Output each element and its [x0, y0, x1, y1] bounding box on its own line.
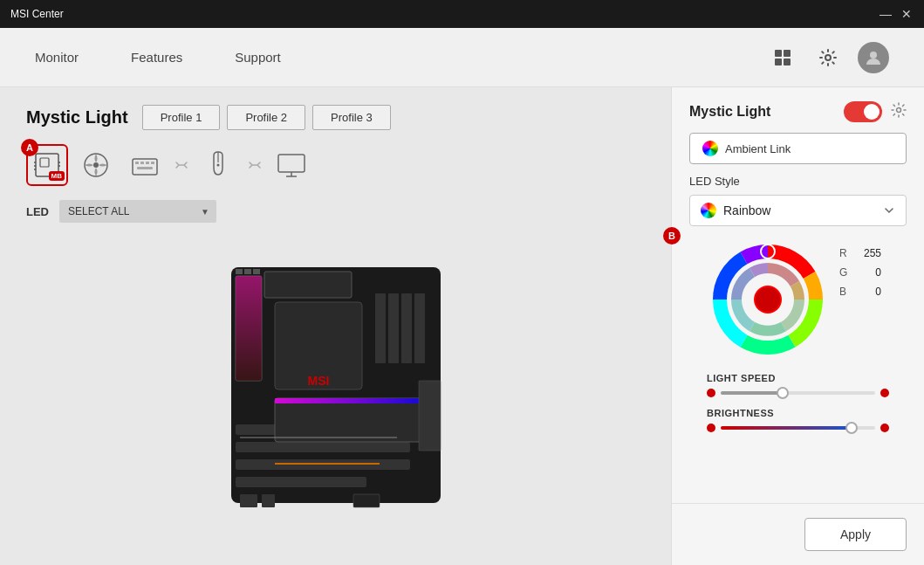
- slider-section: LIGHT SPEED BRIGHTNESS: [689, 373, 907, 432]
- grid-icon-button[interactable]: [767, 42, 798, 73]
- svg-rect-20: [137, 167, 153, 169]
- right-panel-header: Mystic Light: [672, 87, 924, 133]
- svg-rect-7: [40, 158, 49, 167]
- svg-rect-3: [784, 59, 791, 65]
- svg-rect-18: [146, 162, 149, 164]
- device-icon-mb-wrapper: A MB: [26, 144, 68, 186]
- profile2-button[interactable]: Profile 2: [227, 105, 305, 130]
- rgb-values: R 255 G 0 B 0: [839, 238, 881, 298]
- close-button[interactable]: ✕: [900, 7, 914, 21]
- keyboard-icon: [130, 150, 160, 180]
- rgb-b-row: B 0: [839, 286, 881, 298]
- title-bar: MSI Center — ✕: [0, 0, 924, 28]
- device-icon-mouse[interactable]: [197, 144, 239, 186]
- brightness-label: BRIGHTNESS: [707, 408, 889, 418]
- svg-point-51: [897, 107, 901, 112]
- gear-icon: [818, 48, 838, 67]
- ambient-link-button[interactable]: Ambient Link: [689, 133, 907, 164]
- rgb-r-row: R 255: [839, 247, 881, 259]
- svg-rect-16: [135, 162, 139, 164]
- nav-items: Monitor Features Support: [35, 46, 281, 68]
- brightness-slider-fill: [721, 426, 852, 430]
- color-wheel-section: R 255 G 0 B 0: [689, 238, 907, 361]
- link-icon-1: [173, 156, 190, 174]
- led-select[interactable]: SELECT ALL: [59, 200, 216, 223]
- device-icon-monitor[interactable]: [270, 144, 312, 186]
- minimize-button[interactable]: —: [879, 7, 893, 21]
- title-bar-controls: — ✕: [879, 7, 914, 21]
- profile1-button[interactable]: Profile 1: [142, 105, 221, 130]
- nav-item-features[interactable]: Features: [131, 46, 182, 68]
- right-panel-title: Mystic Light: [689, 104, 770, 120]
- led-style-name: Rainbow: [723, 203, 770, 217]
- apply-area: Apply: [672, 503, 924, 565]
- rgb-g-value: 0: [857, 266, 881, 279]
- svg-rect-47: [419, 381, 441, 451]
- mb-label: MB: [49, 171, 65, 181]
- light-speed-label: LIGHT SPEED: [707, 373, 889, 383]
- svg-rect-35: [414, 293, 425, 363]
- speed-slider-right-dot: [880, 389, 889, 397]
- brightness-slider-left-dot: [707, 424, 715, 432]
- svg-point-5: [870, 52, 877, 59]
- rgb-r-value: 255: [857, 247, 881, 259]
- svg-rect-33: [388, 293, 399, 363]
- nav-item-support[interactable]: Support: [235, 46, 281, 68]
- right-panel-gear-icon[interactable]: [891, 102, 907, 122]
- right-panel: Mystic Light Ambient Link LED Style: [671, 87, 924, 565]
- apply-button[interactable]: Apply: [804, 518, 907, 551]
- led-row: LED SELECT ALL: [26, 200, 645, 223]
- svg-point-14: [93, 162, 99, 168]
- fan-icon: [81, 150, 111, 180]
- svg-rect-42: [262, 494, 275, 507]
- svg-rect-34: [401, 293, 412, 363]
- device-icons-row: A MB: [26, 144, 645, 186]
- device-icon-keyboard[interactable]: [124, 144, 166, 186]
- svg-rect-1: [784, 50, 791, 57]
- mouse-icon: [203, 150, 233, 180]
- brightness-slider-right-dot: [880, 424, 889, 432]
- svg-rect-37: [264, 272, 352, 298]
- monitor-icon: [277, 150, 306, 180]
- mb-image-area: MSI: [26, 237, 645, 534]
- svg-rect-30: [236, 477, 366, 487]
- led-style-dropdown-left: Rainbow: [701, 203, 770, 218]
- nav-item-monitor[interactable]: Monitor: [35, 46, 79, 68]
- rgb-r-label: R: [839, 247, 850, 259]
- svg-rect-41: [240, 494, 257, 507]
- device-icon-fan[interactable]: [75, 144, 117, 186]
- led-style-dropdown[interactable]: Rainbow: [689, 195, 907, 226]
- dropdown-chevron-icon: [883, 204, 895, 217]
- user-avatar-icon[interactable]: [858, 42, 889, 73]
- left-panel-title: Mystic Light: [26, 107, 128, 127]
- svg-rect-40: [275, 398, 432, 403]
- main-content: Mystic Light Profile 1 Profile 2 Profile…: [0, 87, 924, 565]
- profile3-button[interactable]: Profile 3: [312, 105, 391, 130]
- ambient-link-icon: [702, 141, 718, 156]
- svg-text:MSI: MSI: [307, 374, 329, 388]
- svg-rect-46: [253, 269, 260, 274]
- svg-rect-43: [353, 494, 380, 507]
- svg-rect-23: [278, 155, 305, 172]
- motherboard-image: MSI: [205, 250, 467, 520]
- speed-slider-thumb[interactable]: [777, 387, 789, 399]
- brightness-slider-thumb[interactable]: [845, 422, 858, 434]
- svg-point-4: [825, 55, 831, 60]
- svg-rect-39: [275, 398, 432, 442]
- svg-rect-44: [236, 269, 243, 274]
- light-speed-slider[interactable]: [721, 391, 875, 395]
- svg-rect-32: [375, 293, 386, 363]
- svg-rect-38: [236, 276, 262, 381]
- mystic-light-toggle[interactable]: [844, 101, 882, 122]
- grid-icon: [773, 48, 792, 67]
- link-icon-2: [246, 156, 264, 174]
- settings-icon-button[interactable]: [812, 42, 844, 73]
- right-panel-controls: [844, 101, 907, 122]
- brightness-slider[interactable]: [721, 426, 875, 430]
- led-select-wrapper: SELECT ALL: [59, 200, 216, 223]
- color-wheel[interactable]: [707, 238, 829, 361]
- svg-rect-0: [775, 50, 782, 57]
- led-style-label: LED Style: [689, 175, 907, 188]
- rgb-b-label: B: [839, 286, 850, 298]
- badge-a: A: [21, 139, 38, 156]
